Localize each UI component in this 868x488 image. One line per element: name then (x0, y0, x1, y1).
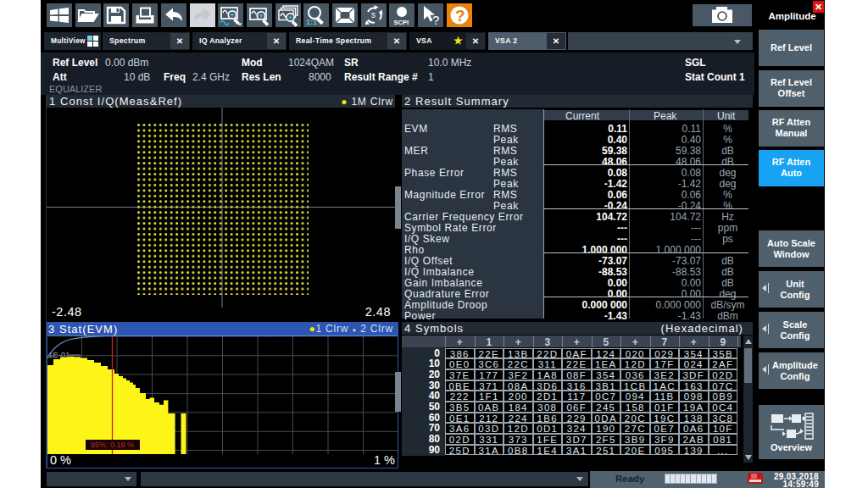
svg-text:1:1: 1:1 (306, 18, 317, 26)
svg-text:?: ? (432, 13, 439, 27)
svg-text:SCPI: SCPI (394, 19, 409, 26)
svg-text:s: s (371, 10, 376, 19)
svg-text:?: ? (455, 7, 465, 25)
